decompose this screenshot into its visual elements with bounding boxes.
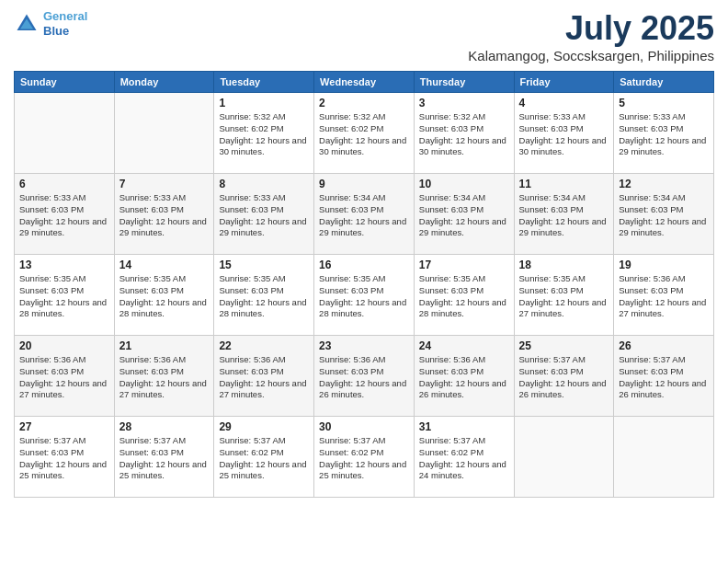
calendar-cell: 8Sunrise: 5:33 AM Sunset: 6:03 PM Daylig…: [214, 174, 314, 255]
header-sunday: Sunday: [15, 72, 115, 93]
calendar-cell: [514, 417, 614, 498]
calendar-cell: [114, 93, 214, 174]
day-info: Sunrise: 5:37 AM Sunset: 6:03 PM Dayligh…: [119, 435, 210, 482]
day-info: Sunrise: 5:36 AM Sunset: 6:03 PM Dayligh…: [119, 354, 210, 401]
day-number: 29: [219, 420, 309, 433]
day-number: 19: [619, 259, 709, 271]
day-number: 11: [519, 178, 609, 190]
logo-icon: [14, 11, 40, 37]
calendar-cell: 21Sunrise: 5:36 AM Sunset: 6:03 PM Dayli…: [114, 336, 214, 417]
calendar-cell: 9Sunrise: 5:34 AM Sunset: 6:03 PM Daylig…: [314, 174, 415, 255]
day-info: Sunrise: 5:36 AM Sunset: 6:03 PM Dayligh…: [619, 273, 709, 320]
day-info: Sunrise: 5:34 AM Sunset: 6:03 PM Dayligh…: [419, 192, 509, 239]
day-number: 9: [319, 178, 409, 190]
week-row-5: 27Sunrise: 5:37 AM Sunset: 6:03 PM Dayli…: [15, 417, 714, 498]
calendar-cell: 25Sunrise: 5:37 AM Sunset: 6:03 PM Dayli…: [514, 336, 614, 417]
calendar-cell: 2Sunrise: 5:32 AM Sunset: 6:02 PM Daylig…: [314, 93, 415, 174]
header-wednesday: Wednesday: [314, 72, 415, 93]
day-info: Sunrise: 5:34 AM Sunset: 6:03 PM Dayligh…: [319, 192, 409, 239]
calendar-cell: 31Sunrise: 5:37 AM Sunset: 6:02 PM Dayli…: [414, 417, 514, 498]
day-info: Sunrise: 5:33 AM Sunset: 6:03 PM Dayligh…: [519, 111, 609, 158]
calendar-cell: 16Sunrise: 5:35 AM Sunset: 6:03 PM Dayli…: [314, 255, 415, 336]
day-number: 24: [419, 339, 509, 352]
day-info: Sunrise: 5:34 AM Sunset: 6:03 PM Dayligh…: [619, 192, 709, 239]
calendar-cell: [15, 93, 115, 174]
calendar-cell: 29Sunrise: 5:37 AM Sunset: 6:02 PM Dayli…: [214, 417, 314, 498]
day-number: 27: [19, 420, 109, 433]
day-number: 13: [19, 259, 109, 271]
week-row-2: 6Sunrise: 5:33 AM Sunset: 6:03 PM Daylig…: [15, 174, 714, 255]
day-info: Sunrise: 5:35 AM Sunset: 6:03 PM Dayligh…: [519, 273, 609, 320]
day-number: 25: [519, 339, 609, 352]
day-info: Sunrise: 5:36 AM Sunset: 6:03 PM Dayligh…: [19, 354, 109, 401]
day-number: 10: [419, 178, 509, 190]
day-number: 18: [519, 259, 609, 271]
day-number: 5: [619, 97, 709, 109]
logo-text: General Blue: [43, 9, 87, 38]
header-thursday: Thursday: [414, 72, 514, 93]
day-info: Sunrise: 5:37 AM Sunset: 6:03 PM Dayligh…: [619, 354, 709, 401]
title-block: July 2025 Kalamangog, Soccsksargen, Phil…: [468, 9, 714, 63]
day-info: Sunrise: 5:36 AM Sunset: 6:03 PM Dayligh…: [319, 354, 409, 401]
calendar-cell: 26Sunrise: 5:37 AM Sunset: 6:03 PM Dayli…: [614, 336, 714, 417]
day-number: 6: [19, 178, 109, 190]
day-info: Sunrise: 5:33 AM Sunset: 6:03 PM Dayligh…: [119, 192, 210, 239]
day-number: 21: [119, 339, 210, 352]
day-number: 4: [519, 97, 609, 109]
day-number: 22: [219, 339, 309, 352]
day-number: 31: [419, 420, 509, 433]
week-row-4: 20Sunrise: 5:36 AM Sunset: 6:03 PM Dayli…: [15, 336, 714, 417]
calendar-cell: 15Sunrise: 5:35 AM Sunset: 6:03 PM Dayli…: [214, 255, 314, 336]
calendar-cell: [614, 417, 714, 498]
weekday-header-row: Sunday Monday Tuesday Wednesday Thursday…: [15, 72, 714, 93]
day-info: Sunrise: 5:37 AM Sunset: 6:03 PM Dayligh…: [19, 435, 109, 482]
calendar-cell: 4Sunrise: 5:33 AM Sunset: 6:03 PM Daylig…: [514, 93, 614, 174]
calendar-cell: 7Sunrise: 5:33 AM Sunset: 6:03 PM Daylig…: [114, 174, 214, 255]
day-number: 17: [419, 259, 509, 271]
calendar-cell: 19Sunrise: 5:36 AM Sunset: 6:03 PM Dayli…: [614, 255, 714, 336]
day-info: Sunrise: 5:35 AM Sunset: 6:03 PM Dayligh…: [419, 273, 509, 320]
calendar-cell: 28Sunrise: 5:37 AM Sunset: 6:03 PM Dayli…: [114, 417, 214, 498]
day-info: Sunrise: 5:35 AM Sunset: 6:03 PM Dayligh…: [119, 273, 210, 320]
day-info: Sunrise: 5:32 AM Sunset: 6:02 PM Dayligh…: [319, 111, 409, 158]
day-info: Sunrise: 5:37 AM Sunset: 6:03 PM Dayligh…: [519, 354, 609, 401]
calendar-table: Sunday Monday Tuesday Wednesday Thursday…: [14, 71, 714, 498]
day-number: 16: [319, 259, 409, 271]
header-friday: Friday: [514, 72, 614, 93]
header-tuesday: Tuesday: [214, 72, 314, 93]
calendar-cell: 30Sunrise: 5:37 AM Sunset: 6:02 PM Dayli…: [314, 417, 415, 498]
calendar-cell: 11Sunrise: 5:34 AM Sunset: 6:03 PM Dayli…: [514, 174, 614, 255]
day-info: Sunrise: 5:36 AM Sunset: 6:03 PM Dayligh…: [419, 354, 509, 401]
calendar-cell: 22Sunrise: 5:36 AM Sunset: 6:03 PM Dayli…: [214, 336, 314, 417]
calendar-cell: 23Sunrise: 5:36 AM Sunset: 6:03 PM Dayli…: [314, 336, 415, 417]
day-number: 12: [619, 178, 709, 190]
day-info: Sunrise: 5:33 AM Sunset: 6:03 PM Dayligh…: [219, 192, 309, 239]
day-info: Sunrise: 5:35 AM Sunset: 6:03 PM Dayligh…: [319, 273, 409, 320]
calendar-cell: 20Sunrise: 5:36 AM Sunset: 6:03 PM Dayli…: [15, 336, 115, 417]
day-info: Sunrise: 5:37 AM Sunset: 6:02 PM Dayligh…: [319, 435, 409, 482]
calendar-cell: 24Sunrise: 5:36 AM Sunset: 6:03 PM Dayli…: [414, 336, 514, 417]
week-row-3: 13Sunrise: 5:35 AM Sunset: 6:03 PM Dayli…: [15, 255, 714, 336]
day-info: Sunrise: 5:33 AM Sunset: 6:03 PM Dayligh…: [19, 192, 109, 239]
day-info: Sunrise: 5:33 AM Sunset: 6:03 PM Dayligh…: [619, 111, 709, 158]
calendar-cell: 5Sunrise: 5:33 AM Sunset: 6:03 PM Daylig…: [614, 93, 714, 174]
day-info: Sunrise: 5:32 AM Sunset: 6:02 PM Dayligh…: [219, 111, 309, 158]
calendar-cell: 13Sunrise: 5:35 AM Sunset: 6:03 PM Dayli…: [15, 255, 115, 336]
day-number: 14: [119, 259, 210, 271]
day-info: Sunrise: 5:37 AM Sunset: 6:02 PM Dayligh…: [219, 435, 309, 482]
day-info: Sunrise: 5:34 AM Sunset: 6:03 PM Dayligh…: [519, 192, 609, 239]
day-number: 1: [219, 97, 309, 109]
week-row-1: 1Sunrise: 5:32 AM Sunset: 6:02 PM Daylig…: [15, 93, 714, 174]
day-info: Sunrise: 5:35 AM Sunset: 6:03 PM Dayligh…: [219, 273, 309, 320]
day-number: 15: [219, 259, 309, 271]
day-number: 30: [319, 420, 409, 433]
logo: General Blue: [14, 9, 87, 38]
calendar-cell: 14Sunrise: 5:35 AM Sunset: 6:03 PM Dayli…: [114, 255, 214, 336]
day-number: 8: [219, 178, 309, 190]
calendar-cell: 12Sunrise: 5:34 AM Sunset: 6:03 PM Dayli…: [614, 174, 714, 255]
day-number: 28: [119, 420, 210, 433]
calendar-cell: 17Sunrise: 5:35 AM Sunset: 6:03 PM Dayli…: [414, 255, 514, 336]
day-number: 26: [619, 339, 709, 352]
day-info: Sunrise: 5:32 AM Sunset: 6:03 PM Dayligh…: [419, 111, 509, 158]
day-number: 20: [19, 339, 109, 352]
